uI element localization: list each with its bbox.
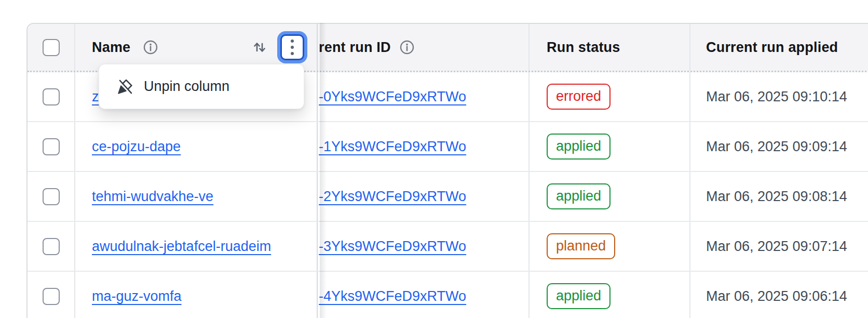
applied-timestamp: Mar 06, 2025 09:07:14 <box>706 239 847 255</box>
table-row: ce-pojzu-dape -1Yks9WCFeD9xRTWo applied … <box>28 122 868 172</box>
row-checkbox[interactable] <box>43 188 60 205</box>
row-checkbox[interactable] <box>43 138 60 155</box>
table-row: ma-guz-vomfa -4Yks9WCFeD9xRTWo applied M… <box>28 272 868 318</box>
run-id-link[interactable]: -1Yks9WCFeD9xRTWo <box>319 139 466 155</box>
status-badge: planned <box>547 233 615 259</box>
status-badge: applied <box>547 183 611 209</box>
row-checkbox[interactable] <box>43 238 60 255</box>
header-cell-run-status: Run status <box>530 24 690 71</box>
name-link[interactable]: ma-guz-vomfa <box>92 288 182 304</box>
name-link[interactable]: ce-pojzu-dape <box>92 139 181 155</box>
column-menu-button[interactable] <box>280 34 304 60</box>
select-all-checkbox[interactable] <box>43 39 60 56</box>
vertical-ellipsis-icon <box>290 38 295 56</box>
menu-item-unpin-column[interactable]: Unpin column <box>116 64 304 109</box>
name-link[interactable]: tehmi-wudvakhe-ve <box>92 189 213 205</box>
name-link[interactable]: z <box>92 89 99 105</box>
run-id-link[interactable]: -4Yks9WCFeD9xRTWo <box>319 288 466 304</box>
info-icon[interactable] <box>399 39 415 55</box>
table-row: tehmi-wudvakhe-ve -2Yks9WCFeD9xRTWo appl… <box>28 172 868 222</box>
unpin-icon <box>116 77 134 96</box>
menu-item-label: Unpin column <box>144 78 229 95</box>
header-cell-current-run-id: rent run ID <box>318 24 530 71</box>
row-checkbox[interactable] <box>43 288 60 305</box>
applied-timestamp: Mar 06, 2025 09:09:14 <box>706 139 847 155</box>
column-header-name: Name <box>92 39 130 56</box>
header-cell-select-all <box>28 24 75 71</box>
name-link[interactable]: awudulnak-jebtafcel-ruadeim <box>92 239 271 255</box>
applied-timestamp: Mar 06, 2025 09:10:14 <box>706 89 847 105</box>
column-header-current-run-id: rent run ID <box>319 39 391 56</box>
column-header-current-run-applied: Current run applied <box>706 39 838 56</box>
table-row: awudulnak-jebtafcel-ruadeim -3Yks9WCFeD9… <box>28 222 868 272</box>
applied-timestamp: Mar 06, 2025 09:06:14 <box>706 288 847 304</box>
status-badge: applied <box>547 283 611 309</box>
header-cell-current-run-applied: Current run applied <box>690 24 868 71</box>
header-controls <box>252 34 304 60</box>
status-badge: applied <box>547 134 611 160</box>
table-viewport: Name <box>0 0 868 318</box>
run-id-link[interactable]: -3Yks9WCFeD9xRTWo <box>319 239 466 255</box>
row-checkbox[interactable] <box>43 88 60 105</box>
column-menu-dropdown: Unpin column <box>99 64 304 109</box>
info-icon[interactable] <box>143 39 158 55</box>
applied-timestamp: Mar 06, 2025 09:08:14 <box>706 189 847 205</box>
run-id-link[interactable]: -0Yks9WCFeD9xRTWo <box>319 89 466 105</box>
run-id-link[interactable]: -2Yks9WCFeD9xRTWo <box>319 189 466 205</box>
status-badge: errored <box>547 84 611 110</box>
sort-icon[interactable] <box>252 39 267 55</box>
column-header-run-status: Run status <box>547 39 620 56</box>
